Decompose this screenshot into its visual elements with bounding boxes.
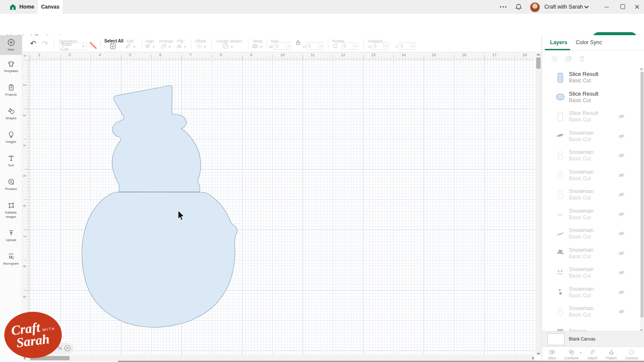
h-ruler-number: 16 — [462, 53, 466, 57]
active-tab-underline — [545, 49, 570, 50]
width-input[interactable] — [273, 42, 286, 50]
warp-icon[interactable] — [252, 43, 258, 49]
cut-color-swatch[interactable] — [90, 42, 97, 49]
layer-row[interactable]: Snowman Basic Cut — [542, 244, 641, 263]
sidebar-item-editable-images[interactable]: Editable Images — [0, 196, 22, 224]
sidebar-item-templates[interactable]: Templates — [0, 55, 22, 78]
undo-button[interactable]: ↶ — [30, 40, 36, 47]
combine-icon — [568, 349, 575, 356]
sidebar-item-text[interactable]: Text — [0, 149, 22, 173]
flip-icon[interactable] — [176, 43, 182, 49]
position-y-input[interactable] — [398, 42, 410, 50]
create-sticker-label: Create Sticker — [216, 39, 242, 43]
position-x-input[interactable] — [372, 42, 384, 50]
eye-slash-icon[interactable] — [618, 308, 625, 315]
duplicate-icon[interactable] — [565, 55, 572, 62]
layer-row[interactable]: Slice Result Basic Cut — [542, 68, 641, 87]
width-stepper[interactable] — [286, 42, 291, 50]
tab-layers[interactable]: Layers — [550, 39, 567, 45]
canvas-vertical-scrollbar[interactable] — [535, 53, 541, 356]
blank-canvas-swatch[interactable] — [547, 333, 565, 345]
redo-button[interactable]: ↷ — [42, 40, 48, 47]
eye-slash-icon[interactable] — [618, 230, 625, 237]
v-ruler-number: 3 — [22, 114, 27, 116]
snowman-outline-thumb — [556, 150, 565, 161]
layer-row[interactable]: Snowman Basic Cut — [542, 224, 641, 244]
rotate-input[interactable] — [341, 42, 353, 50]
eye-slash-icon[interactable] — [618, 269, 625, 276]
sidebar-item-new[interactable]: New — [0, 35, 22, 55]
window-minimize-button[interactable] — [605, 3, 611, 10]
rotate-icon[interactable] — [332, 42, 339, 49]
layers-scrollbar[interactable] — [640, 68, 644, 331]
layer-row[interactable]: Snowman Basic Cut — [542, 302, 641, 322]
bell-icon[interactable] — [515, 3, 522, 11]
rect-outline-thumb — [556, 111, 565, 122]
layer-row[interactable]: Snowman Basic Cut — [542, 263, 641, 283]
sidebar-item-upload[interactable]: Upload — [0, 224, 22, 247]
layer-row[interactable]: Snowman Basic Cut — [542, 283, 641, 302]
tab-color-sync[interactable]: Color Sync — [576, 39, 602, 45]
zoom-in-icon[interactable] — [64, 345, 71, 352]
layer-row[interactable]: Snowman Basic Cut — [542, 185, 641, 205]
sidebar-item-shapes[interactable]: Shapes — [0, 102, 22, 126]
h-ruler-number: 14 — [401, 53, 406, 57]
eye-slash-icon[interactable] — [618, 191, 625, 198]
layer-row[interactable]: Slice Result Basic Cut — [542, 107, 641, 127]
trash-icon[interactable] — [579, 55, 586, 62]
group-icon[interactable] — [551, 55, 558, 62]
position-y-stepper[interactable] — [410, 42, 415, 50]
layer-row[interactable]: Snowman Basic Cut — [542, 127, 641, 146]
contour-button[interactable]: Contour — [625, 349, 638, 360]
offset-icon[interactable] — [196, 43, 202, 49]
eye-slash-icon[interactable] — [618, 133, 625, 140]
flatten-button[interactable]: Flatten — [606, 349, 617, 360]
arrange-icon[interactable] — [161, 43, 167, 49]
eye-slash-icon[interactable] — [618, 113, 625, 120]
layer-row[interactable]: Slice Result Basic Cut — [542, 87, 641, 107]
canvas-tab[interactable]: Canvas — [38, 0, 63, 14]
lock-icon[interactable] — [295, 40, 301, 45]
sidebar-item-projects[interactable]: Projects — [0, 78, 22, 102]
sidebar-item-monogram[interactable]: MG Monogram — [0, 247, 22, 271]
slice-hat-thumb — [556, 72, 565, 83]
sidebar-item-images[interactable]: Images — [0, 126, 22, 149]
blank-canvas-row[interactable]: Blank Canvas — [542, 331, 644, 347]
chevron-down-icon[interactable] — [584, 5, 589, 9]
layer-row[interactable]: Snowman Basic Cut — [542, 146, 641, 166]
window-maximize-button[interactable] — [619, 3, 626, 10]
sticker-icon[interactable] — [222, 42, 229, 49]
avatar[interactable] — [530, 2, 540, 12]
slice-button[interactable]: Slice — [548, 349, 556, 360]
layers-panel: Layers Color Sync Slice Result Basic Cut… — [542, 35, 644, 362]
position-x-stepper[interactable] — [384, 42, 389, 50]
attach-button[interactable]: Attach — [587, 349, 598, 360]
editable-frame-icon — [7, 202, 15, 209]
sidebar-item-phrases[interactable]: Phrases — [0, 173, 22, 196]
account-name[interactable]: Craft with Sarah — [544, 4, 583, 10]
canvas-horizontal-scrollbar[interactable] — [23, 355, 535, 361]
operation-dropdown[interactable]: Basic Cut — [59, 43, 87, 50]
align-icon[interactable] — [145, 43, 151, 49]
v-ruler-number: 6 — [22, 205, 27, 207]
overflow-menu-icon[interactable] — [498, 4, 508, 10]
combine-button[interactable]: Combine — [564, 349, 579, 360]
design-canvas[interactable]: 23456789101112131415161718 12345678910 — [22, 52, 542, 362]
eye-slash-icon[interactable] — [618, 172, 625, 179]
rotate-stepper[interactable] — [353, 42, 358, 50]
home-tab[interactable]: Home — [3, 0, 40, 14]
eye-slash-icon[interactable] — [618, 250, 625, 257]
layer-row[interactable]: Snowman Basic Cut — [542, 205, 641, 224]
close-icon[interactable] — [633, 3, 641, 11]
eye-slash-icon[interactable] — [618, 211, 625, 218]
height-input[interactable] — [306, 42, 319, 50]
layer-row[interactable]: Snowman Basic Cut — [542, 166, 641, 185]
edit-pencil-icon[interactable] — [125, 42, 131, 49]
eye-slash-icon[interactable] — [618, 289, 625, 296]
layer-row[interactable]: Square — [542, 322, 641, 332]
square-thumb — [556, 326, 565, 331]
select-all-icon[interactable] — [109, 43, 116, 50]
canvas-grid[interactable] — [29, 60, 535, 356]
height-stepper[interactable] — [319, 42, 324, 50]
eye-slash-icon[interactable] — [618, 152, 625, 159]
